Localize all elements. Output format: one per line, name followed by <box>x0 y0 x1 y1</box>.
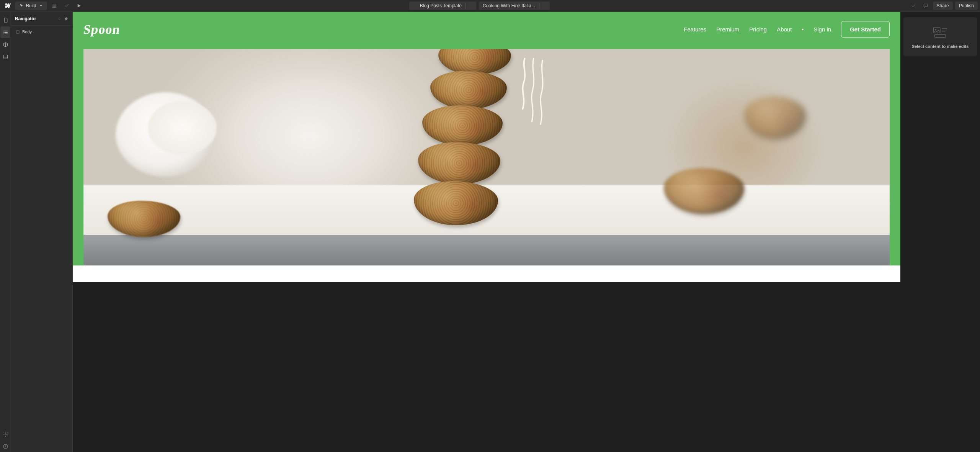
left-tool-rail <box>0 12 11 452</box>
cms-icon-button[interactable] <box>49 1 59 11</box>
nav-link-features[interactable]: Features <box>684 26 706 33</box>
top-toolbar: Build Blog Posts Template Cooking With F… <box>0 0 980 12</box>
below-hero[interactable] <box>73 265 900 282</box>
site-navbar[interactable]: Spoon Features Premium Pricing About • S… <box>73 12 900 49</box>
page-icon <box>413 3 418 8</box>
analytics-icon-button[interactable] <box>62 1 72 11</box>
webflow-logo-icon <box>4 2 11 9</box>
nav-separator-dot: • <box>802 26 804 33</box>
svg-rect-1 <box>555 0 568 5</box>
file-icon <box>3 17 8 23</box>
publish-button[interactable]: Publish <box>955 2 978 10</box>
cursor-icon <box>19 3 24 8</box>
pin-icon[interactable] <box>64 16 69 21</box>
mode-label: Build <box>26 3 36 8</box>
svg-point-0 <box>470 5 472 7</box>
webflow-logo[interactable] <box>2 0 13 11</box>
page-label: Cooking With Fine Italia... <box>483 3 535 8</box>
hero-image[interactable] <box>83 49 890 265</box>
components-tab[interactable] <box>0 39 10 50</box>
page-selector[interactable]: Cooking With Fine Italia... <box>479 2 550 10</box>
help-icon <box>3 444 8 449</box>
svg-rect-11 <box>934 34 946 37</box>
cube-icon <box>3 42 8 47</box>
page-segment[interactable]: Cooking With Fine Italia... <box>479 2 539 10</box>
help-tab[interactable] <box>0 441 10 452</box>
image-icon <box>3 54 8 60</box>
svg-rect-2 <box>3 55 7 59</box>
empty-state-card: Select content to make edits <box>903 17 977 56</box>
svg-rect-5 <box>16 30 19 33</box>
hero-tray <box>83 235 890 265</box>
nav-link-about[interactable]: About <box>777 26 792 33</box>
publish-label: Publish <box>959 3 974 8</box>
navigator-panel: Navigator Body <box>11 12 73 452</box>
canvas[interactable]: Spoon Features Premium Pricing About • S… <box>73 12 900 452</box>
nav-link-signin[interactable]: Sign in <box>813 26 831 33</box>
play-icon <box>76 3 82 8</box>
nav-link-pricing[interactable]: Pricing <box>749 26 767 33</box>
template-segment[interactable]: Blog Posts Template <box>409 2 466 10</box>
share-button[interactable]: Share <box>933 2 953 10</box>
hero-bowl-inner <box>148 101 217 155</box>
svg-point-7 <box>935 29 936 30</box>
assets-tab[interactable] <box>0 51 10 62</box>
pages-tab[interactable] <box>0 14 10 26</box>
chart-icon <box>64 3 69 8</box>
desktop-icon <box>552 0 571 11</box>
share-label: Share <box>937 3 949 8</box>
tree-item-label: Body <box>22 29 32 34</box>
preview-button[interactable] <box>74 1 84 11</box>
settings-tab[interactable] <box>0 428 10 440</box>
comment-icon <box>923 3 928 8</box>
chevron-down-icon <box>39 3 43 8</box>
tree-item-body[interactable]: Body <box>11 28 72 36</box>
check-icon <box>911 3 916 8</box>
mode-switcher[interactable]: Build <box>15 2 47 10</box>
template-selector[interactable]: Blog Posts Template <box>409 2 477 10</box>
gear-icon <box>3 431 8 437</box>
nav-link-premium[interactable]: Premium <box>716 26 739 33</box>
navigator-header: Navigator <box>11 12 72 26</box>
navigator-tree: Body <box>11 26 72 38</box>
svg-point-3 <box>5 433 6 435</box>
topbar-right: Share Publish <box>908 1 978 11</box>
site-logo[interactable]: Spoon <box>82 22 121 37</box>
template-label: Blog Posts Template <box>420 3 462 8</box>
template-settings[interactable] <box>466 2 477 10</box>
hero-section[interactable]: Spoon Features Premium Pricing About • S… <box>73 12 900 265</box>
comments-button[interactable] <box>921 1 931 11</box>
expand-icon <box>542 3 547 8</box>
tree-icon <box>3 29 8 35</box>
content-placeholder-icon <box>932 25 949 39</box>
stack-icon <box>52 3 57 8</box>
site-preview[interactable]: Spoon Features Premium Pricing About • S… <box>73 12 900 282</box>
page-expand[interactable] <box>539 2 550 10</box>
navigator-title: Navigator <box>15 16 36 21</box>
empty-state-text: Select content to make edits <box>912 44 969 49</box>
checkmark-status[interactable] <box>908 1 918 11</box>
collapse-icon[interactable] <box>57 16 62 21</box>
nav-cta-button[interactable]: Get Started <box>841 21 890 38</box>
navigator-tab[interactable] <box>0 26 10 38</box>
body-icon <box>16 30 20 34</box>
right-style-panel: Select content to make edits <box>900 12 980 452</box>
gear-icon <box>469 3 474 8</box>
